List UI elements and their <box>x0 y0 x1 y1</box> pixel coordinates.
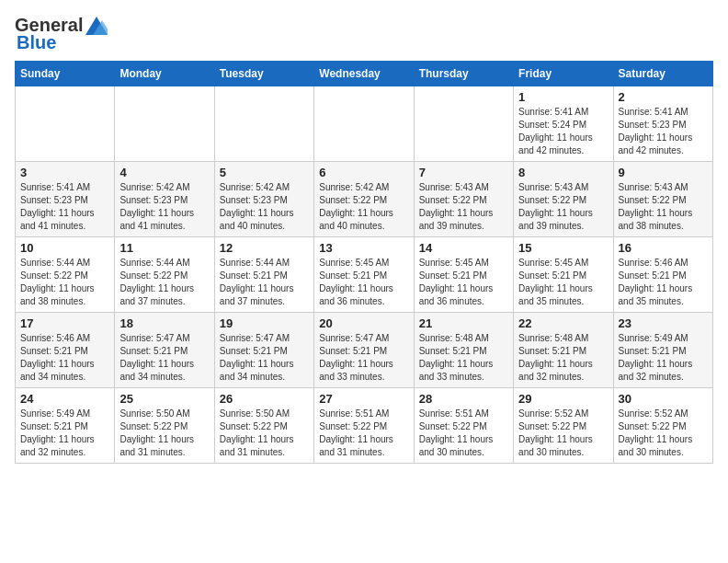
calendar-week-3: 10Sunrise: 5:44 AM Sunset: 5:22 PM Dayli… <box>16 237 713 313</box>
calendar-week-4: 17Sunrise: 5:46 AM Sunset: 5:21 PM Dayli… <box>16 313 713 388</box>
day-number: 2 <box>619 90 708 104</box>
calendar-cell: 16Sunrise: 5:46 AM Sunset: 5:21 PM Dayli… <box>613 237 712 313</box>
day-number: 10 <box>20 241 109 255</box>
day-detail: Sunrise: 5:42 AM Sunset: 5:22 PM Dayligh… <box>319 181 408 233</box>
day-detail: Sunrise: 5:52 AM Sunset: 5:22 PM Dayligh… <box>518 408 608 459</box>
calendar-cell: 8Sunrise: 5:43 AM Sunset: 5:22 PM Daylig… <box>514 162 613 237</box>
calendar-cell <box>314 86 414 162</box>
logo-blue: Blue <box>15 32 56 53</box>
calendar-cell: 30Sunrise: 5:52 AM Sunset: 5:22 PM Dayli… <box>613 388 712 464</box>
calendar-cell: 4Sunrise: 5:42 AM Sunset: 5:23 PM Daylig… <box>115 162 214 237</box>
day-detail: Sunrise: 5:47 AM Sunset: 5:21 PM Dayligh… <box>220 332 309 384</box>
day-number: 14 <box>419 241 508 255</box>
day-number: 25 <box>119 392 209 406</box>
day-number: 15 <box>518 241 608 255</box>
day-number: 18 <box>119 316 209 330</box>
calendar-cell <box>414 86 513 162</box>
day-number: 22 <box>518 316 608 330</box>
calendar-cell: 29Sunrise: 5:52 AM Sunset: 5:22 PM Dayli… <box>514 388 613 464</box>
header-cell-saturday: Saturday <box>613 62 712 86</box>
calendar-cell: 23Sunrise: 5:49 AM Sunset: 5:21 PM Dayli… <box>613 313 712 388</box>
calendar-week-1: 1Sunrise: 5:41 AM Sunset: 5:24 PM Daylig… <box>16 86 713 162</box>
calendar-cell: 3Sunrise: 5:41 AM Sunset: 5:23 PM Daylig… <box>16 162 115 237</box>
day-detail: Sunrise: 5:51 AM Sunset: 5:22 PM Dayligh… <box>419 408 508 459</box>
calendar-week-2: 3Sunrise: 5:41 AM Sunset: 5:23 PM Daylig… <box>16 162 713 237</box>
day-number: 13 <box>319 241 408 255</box>
day-detail: Sunrise: 5:46 AM Sunset: 5:21 PM Dayligh… <box>619 257 708 308</box>
calendar-cell: 19Sunrise: 5:47 AM Sunset: 5:21 PM Dayli… <box>214 313 313 388</box>
day-detail: Sunrise: 5:42 AM Sunset: 5:23 PM Dayligh… <box>220 181 309 233</box>
day-number: 5 <box>220 166 309 179</box>
day-number: 8 <box>518 166 608 179</box>
day-detail: Sunrise: 5:45 AM Sunset: 5:21 PM Dayligh… <box>419 257 508 308</box>
day-detail: Sunrise: 5:48 AM Sunset: 5:21 PM Dayligh… <box>419 332 508 384</box>
logo-icon <box>85 17 108 35</box>
header-cell-thursday: Thursday <box>414 62 513 86</box>
day-number: 28 <box>419 392 508 406</box>
day-number: 1 <box>518 90 608 104</box>
day-detail: Sunrise: 5:45 AM Sunset: 5:21 PM Dayligh… <box>319 257 408 308</box>
calendar-cell: 14Sunrise: 5:45 AM Sunset: 5:21 PM Dayli… <box>414 237 513 313</box>
day-detail: Sunrise: 5:44 AM Sunset: 5:21 PM Dayligh… <box>220 257 309 308</box>
calendar-cell: 10Sunrise: 5:44 AM Sunset: 5:22 PM Dayli… <box>16 237 115 313</box>
calendar-cell: 13Sunrise: 5:45 AM Sunset: 5:21 PM Dayli… <box>314 237 414 313</box>
calendar-cell: 27Sunrise: 5:51 AM Sunset: 5:22 PM Dayli… <box>314 388 414 464</box>
day-detail: Sunrise: 5:41 AM Sunset: 5:24 PM Dayligh… <box>518 106 608 157</box>
day-detail: Sunrise: 5:47 AM Sunset: 5:21 PM Dayligh… <box>119 332 209 384</box>
calendar-cell: 26Sunrise: 5:50 AM Sunset: 5:22 PM Dayli… <box>214 388 313 464</box>
page-header: General Blue <box>15 15 713 53</box>
day-number: 3 <box>20 166 109 179</box>
day-detail: Sunrise: 5:44 AM Sunset: 5:22 PM Dayligh… <box>20 257 109 308</box>
calendar-header: SundayMondayTuesdayWednesdayThursdayFrid… <box>16 62 713 86</box>
day-detail: Sunrise: 5:42 AM Sunset: 5:23 PM Dayligh… <box>119 181 209 233</box>
day-number: 9 <box>619 166 708 179</box>
calendar-week-5: 24Sunrise: 5:49 AM Sunset: 5:21 PM Dayli… <box>16 388 713 464</box>
calendar-cell: 9Sunrise: 5:43 AM Sunset: 5:22 PM Daylig… <box>613 162 712 237</box>
day-number: 27 <box>319 392 408 406</box>
calendar-cell: 20Sunrise: 5:47 AM Sunset: 5:21 PM Dayli… <box>314 313 414 388</box>
calendar-cell <box>115 86 214 162</box>
day-detail: Sunrise: 5:41 AM Sunset: 5:23 PM Dayligh… <box>619 106 708 157</box>
day-detail: Sunrise: 5:43 AM Sunset: 5:22 PM Dayligh… <box>518 181 608 233</box>
calendar-cell: 28Sunrise: 5:51 AM Sunset: 5:22 PM Dayli… <box>414 388 513 464</box>
header-cell-sunday: Sunday <box>16 62 115 86</box>
day-detail: Sunrise: 5:52 AM Sunset: 5:22 PM Dayligh… <box>619 408 708 459</box>
day-number: 20 <box>319 316 408 330</box>
calendar-cell: 17Sunrise: 5:46 AM Sunset: 5:21 PM Dayli… <box>16 313 115 388</box>
header-cell-tuesday: Tuesday <box>214 62 313 86</box>
day-number: 24 <box>20 392 109 406</box>
day-number: 29 <box>518 392 608 406</box>
calendar-cell: 6Sunrise: 5:42 AM Sunset: 5:22 PM Daylig… <box>314 162 414 237</box>
calendar-cell: 25Sunrise: 5:50 AM Sunset: 5:22 PM Dayli… <box>115 388 214 464</box>
day-number: 11 <box>119 241 209 255</box>
calendar-table: SundayMondayTuesdayWednesdayThursdayFrid… <box>15 61 713 464</box>
day-number: 21 <box>419 316 508 330</box>
day-detail: Sunrise: 5:48 AM Sunset: 5:21 PM Dayligh… <box>518 332 608 384</box>
header-cell-friday: Friday <box>514 62 613 86</box>
day-detail: Sunrise: 5:49 AM Sunset: 5:21 PM Dayligh… <box>619 332 708 384</box>
day-number: 19 <box>220 316 309 330</box>
day-number: 6 <box>319 166 408 179</box>
day-detail: Sunrise: 5:43 AM Sunset: 5:22 PM Dayligh… <box>419 181 508 233</box>
calendar-cell: 11Sunrise: 5:44 AM Sunset: 5:22 PM Dayli… <box>115 237 214 313</box>
header-cell-monday: Monday <box>115 62 214 86</box>
day-detail: Sunrise: 5:51 AM Sunset: 5:22 PM Dayligh… <box>319 408 408 459</box>
day-number: 4 <box>119 166 209 179</box>
calendar-cell: 22Sunrise: 5:48 AM Sunset: 5:21 PM Dayli… <box>514 313 613 388</box>
calendar-cell <box>214 86 313 162</box>
day-detail: Sunrise: 5:44 AM Sunset: 5:22 PM Dayligh… <box>119 257 209 308</box>
calendar-body: 1Sunrise: 5:41 AM Sunset: 5:24 PM Daylig… <box>16 86 713 464</box>
day-number: 30 <box>619 392 708 406</box>
calendar-cell: 1Sunrise: 5:41 AM Sunset: 5:24 PM Daylig… <box>514 86 613 162</box>
calendar-cell: 12Sunrise: 5:44 AM Sunset: 5:21 PM Dayli… <box>214 237 313 313</box>
logo: General Blue <box>15 15 108 53</box>
calendar-cell: 24Sunrise: 5:49 AM Sunset: 5:21 PM Dayli… <box>16 388 115 464</box>
header-row: SundayMondayTuesdayWednesdayThursdayFrid… <box>16 62 713 86</box>
day-number: 23 <box>619 316 708 330</box>
calendar-cell: 15Sunrise: 5:45 AM Sunset: 5:21 PM Dayli… <box>514 237 613 313</box>
day-detail: Sunrise: 5:43 AM Sunset: 5:22 PM Dayligh… <box>619 181 708 233</box>
day-detail: Sunrise: 5:49 AM Sunset: 5:21 PM Dayligh… <box>20 408 109 459</box>
calendar-cell: 5Sunrise: 5:42 AM Sunset: 5:23 PM Daylig… <box>214 162 313 237</box>
day-detail: Sunrise: 5:50 AM Sunset: 5:22 PM Dayligh… <box>119 408 209 459</box>
calendar-cell: 18Sunrise: 5:47 AM Sunset: 5:21 PM Dayli… <box>115 313 214 388</box>
